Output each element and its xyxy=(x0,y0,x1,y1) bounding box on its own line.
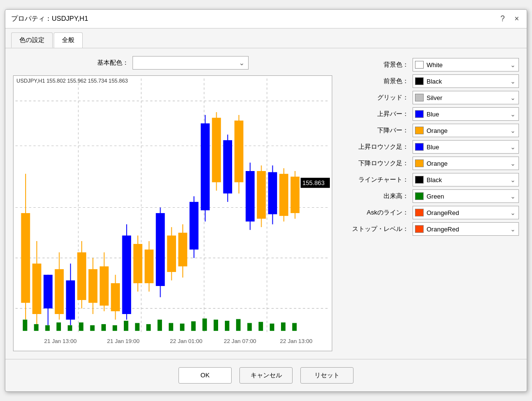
svg-rect-76 xyxy=(246,171,255,221)
svg-rect-82 xyxy=(280,174,289,216)
background-color-swatch xyxy=(415,61,424,69)
svg-rect-16 xyxy=(21,213,30,303)
background-color-select[interactable]: White ⌄ xyxy=(413,58,519,72)
up-candle-color-arrow: ⌄ xyxy=(510,143,516,151)
svg-rect-46 xyxy=(145,250,154,284)
background-color-name: White xyxy=(427,61,518,69)
volume-color-select[interactable]: Green ⌄ xyxy=(413,189,519,203)
tabs-bar: 色の設定 全般 xyxy=(5,29,527,48)
up-bar-color-select[interactable]: Blue ⌄ xyxy=(413,107,519,121)
foreground-color-swatch xyxy=(415,77,424,85)
background-color-arrow: ⌄ xyxy=(510,61,516,69)
base-color-select[interactable] xyxy=(133,56,249,70)
svg-rect-23 xyxy=(23,320,27,331)
svg-rect-80 xyxy=(268,172,277,215)
up-candle-color-select[interactable]: Blue ⌄ xyxy=(413,140,519,154)
color-row-ask-line: Askのライン： OrangeRed ⌄ xyxy=(340,206,519,219)
svg-rect-25 xyxy=(45,326,50,331)
properties-dialog: プロパティ：USDJPY,H1 ? × 色の設定 全般 基本配色： xyxy=(5,9,527,391)
ask-line-color-label: Askのライン： xyxy=(360,208,409,217)
svg-text:22 Jan 07:00: 22 Jan 07:00 xyxy=(224,338,256,344)
svg-rect-84 xyxy=(259,322,263,331)
titlebar-buttons: ? × xyxy=(499,14,521,24)
svg-rect-88 xyxy=(291,177,300,213)
color-row-down-candle: 下降ロウソク足： Orange ⌄ xyxy=(340,157,519,170)
svg-rect-49 xyxy=(135,323,139,331)
grid-color-label: グリッド： xyxy=(360,93,409,102)
svg-text:155.863: 155.863 xyxy=(302,179,325,186)
svg-rect-47 xyxy=(113,326,117,331)
up-bar-color-arrow: ⌄ xyxy=(510,111,516,118)
line-chart-color-label: ラインチャート： xyxy=(358,175,409,184)
stop-level-color-name: OrangeRed xyxy=(427,226,518,233)
svg-rect-37 xyxy=(90,326,94,331)
base-color-label: 基本配色： xyxy=(97,58,129,67)
footer: OK キャンセル リセット xyxy=(5,359,527,391)
foreground-color-arrow: ⌄ xyxy=(510,78,516,85)
svg-rect-18 xyxy=(32,264,42,314)
down-bar-color-arrow: ⌄ xyxy=(510,127,516,134)
svg-rect-52 xyxy=(156,213,165,286)
down-candle-color-select[interactable]: Orange ⌄ xyxy=(413,157,519,170)
svg-rect-59 xyxy=(158,320,162,331)
svg-rect-48 xyxy=(124,321,128,331)
svg-rect-38 xyxy=(102,324,106,331)
line-chart-color-swatch xyxy=(415,176,424,184)
svg-rect-68 xyxy=(223,141,232,194)
color-row-stop-level: ストップ・レベル： OrangeRed ⌄ xyxy=(340,222,519,236)
svg-rect-70 xyxy=(235,121,244,183)
stop-level-color-select[interactable]: OrangeRed ⌄ xyxy=(413,222,519,236)
color-row-down-bar: 下降バー： Orange ⌄ xyxy=(340,124,519,137)
svg-rect-26 xyxy=(57,323,61,331)
volume-color-name: Green xyxy=(427,193,518,200)
up-candle-color-label: 上昇ロウソク足： xyxy=(358,143,409,151)
dialog-title: プロパティ：USDJPY,H1 xyxy=(11,14,88,23)
line-chart-color-arrow: ⌄ xyxy=(510,176,516,184)
svg-rect-20 xyxy=(44,275,53,309)
svg-rect-74 xyxy=(236,319,240,331)
line-chart-color-name: Black xyxy=(427,176,518,184)
volume-color-arrow: ⌄ xyxy=(510,193,516,200)
down-bar-color-select[interactable]: Orange ⌄ xyxy=(413,124,519,137)
down-candle-color-name: Orange xyxy=(427,160,518,167)
foreground-color-select[interactable]: Black ⌄ xyxy=(413,74,519,88)
cancel-button[interactable]: キャンセル xyxy=(239,367,293,384)
grid-color-select[interactable]: Silver ⌄ xyxy=(413,91,519,104)
tab-general[interactable]: 全般 xyxy=(54,32,83,48)
svg-rect-58 xyxy=(190,202,199,250)
background-color-label: 背景色： xyxy=(360,60,409,69)
svg-rect-32 xyxy=(89,270,98,303)
ask-line-color-select[interactable]: OrangeRed ⌄ xyxy=(413,206,519,219)
svg-text:22 Jan 13:00: 22 Jan 13:00 xyxy=(280,338,312,344)
svg-rect-66 xyxy=(212,118,221,182)
svg-rect-71 xyxy=(203,319,207,331)
color-row-background: 背景色： White ⌄ xyxy=(340,58,519,72)
close-button[interactable]: × xyxy=(513,14,521,24)
color-row-up-bar: 上昇バー： Blue ⌄ xyxy=(340,107,519,121)
down-bar-color-label: 下降バー： xyxy=(360,126,409,135)
svg-rect-36 xyxy=(79,323,83,331)
chart-area: USDJPY,H1 155.802 155.962 155.734 155.86… xyxy=(13,75,332,351)
ask-line-color-swatch xyxy=(415,209,424,216)
up-candle-color-swatch xyxy=(415,143,424,151)
svg-rect-42 xyxy=(122,236,132,315)
base-color-select-wrapper[interactable] xyxy=(133,56,249,70)
help-button[interactable]: ? xyxy=(499,14,507,24)
ask-line-color-arrow: ⌄ xyxy=(510,209,516,216)
ok-button[interactable]: OK xyxy=(178,367,232,384)
line-chart-color-select[interactable]: Black ⌄ xyxy=(413,173,519,186)
tab-color-settings[interactable]: 色の設定 xyxy=(11,32,53,48)
grid-color-name: Silver xyxy=(427,94,518,101)
svg-rect-62 xyxy=(191,322,195,331)
svg-rect-35 xyxy=(68,326,72,331)
color-row-volume: 出来高： Green ⌄ xyxy=(340,189,519,203)
chart-svg: 156.140 156.000 155.710 155.570 155.425 … xyxy=(15,78,330,348)
foreground-color-label: 前景色： xyxy=(360,77,409,86)
svg-rect-22 xyxy=(55,270,64,315)
svg-rect-28 xyxy=(66,281,75,320)
color-row-grid: グリッド： Silver ⌄ xyxy=(340,91,519,104)
grid-color-arrow: ⌄ xyxy=(510,94,516,101)
color-row-up-candle: 上昇ロウソク足： Blue ⌄ xyxy=(340,140,519,154)
svg-rect-50 xyxy=(146,324,150,331)
reset-button[interactable]: リセット xyxy=(300,367,354,384)
